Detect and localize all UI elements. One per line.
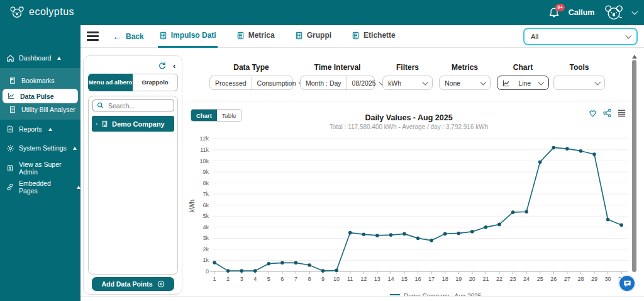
svg-text:17: 17 xyxy=(428,276,435,282)
svg-text:1: 1 xyxy=(213,276,216,282)
global-filter-select[interactable]: All xyxy=(523,28,638,45)
document-icon xyxy=(352,31,360,40)
sidebar-item-label: Dashboard xyxy=(19,54,51,62)
caret-up-icon xyxy=(48,128,52,131)
metrics-value: None xyxy=(445,79,460,87)
sidebar-item-utility-bill-analyser[interactable]: Utility Bill Analyser xyxy=(0,103,80,116)
tab-label: Etichette xyxy=(364,31,396,40)
tab-menu-ad-albero[interactable]: Menu ad albero xyxy=(88,74,133,91)
hamburger-icon[interactable] xyxy=(87,31,99,40)
data-type-control: Processed Consumption xyxy=(209,76,293,90)
back-button[interactable]: ← Back xyxy=(113,31,144,42)
chevron-left-icon[interactable]: ‹ xyxy=(173,61,175,71)
chat-support-button[interactable] xyxy=(618,275,636,292)
scrollbar-up-arrow[interactable] xyxy=(632,55,637,59)
svg-text:2: 2 xyxy=(226,276,230,282)
svg-text:0: 0 xyxy=(206,268,209,275)
filters-control: kWh xyxy=(382,76,433,90)
sidebar-item-bookmarks[interactable]: Bookmarks xyxy=(0,74,80,87)
svg-text:16: 16 xyxy=(415,276,421,282)
building-icon xyxy=(101,120,108,127)
svg-text:7: 7 xyxy=(294,276,297,282)
svg-text:12: 12 xyxy=(360,276,367,282)
share-icon[interactable] xyxy=(602,108,612,118)
tab-etichette[interactable]: Etichette xyxy=(350,25,397,48)
arrow-left-icon: ← xyxy=(113,31,122,42)
svg-text:1k: 1k xyxy=(203,257,209,263)
svg-text:27: 27 xyxy=(564,276,570,282)
sidebar-item-reports[interactable]: Reports xyxy=(0,123,80,135)
svg-text:25: 25 xyxy=(537,276,543,282)
tab-gruppi[interactable]: Gruppi xyxy=(294,25,333,48)
tab-label: Impulso Dati xyxy=(171,31,216,40)
notification-count-badge: 9+ xyxy=(555,4,565,11)
nav-tabs: Impulso Dati Metrica Gruppi Etichette xyxy=(158,25,397,48)
sidebar-item-system-settings[interactable]: System Settings xyxy=(0,142,80,154)
daily-values-line-chart[interactable]: 01k2k3k4k5k6k7k8k9k10k11k12k123456789101… xyxy=(187,133,632,296)
svg-text:11: 11 xyxy=(347,276,353,282)
svg-text:2k: 2k xyxy=(203,246,209,253)
tab-metrica[interactable]: Metrica xyxy=(235,25,276,48)
svg-text:15: 15 xyxy=(401,276,408,282)
bookmark-icon xyxy=(9,77,17,85)
tools-dropdown[interactable] xyxy=(554,76,604,89)
svg-text:9k: 9k xyxy=(203,169,209,175)
caret-up-icon xyxy=(73,147,77,150)
bill-document-icon xyxy=(9,106,17,114)
section-divider xyxy=(189,101,630,101)
svg-text:19: 19 xyxy=(455,276,462,282)
sidebar-item-label: Data Pulse xyxy=(20,93,54,100)
sidebar-item-label: Embedded Pages xyxy=(19,179,70,195)
filter-group-tools: Tools xyxy=(541,63,618,90)
unit-dropdown[interactable]: kWh xyxy=(383,76,432,89)
document-icon xyxy=(295,31,303,40)
koala-logo-icon xyxy=(9,4,25,20)
global-filter-value: All xyxy=(531,33,538,40)
chart-menu-icon[interactable] xyxy=(617,108,626,118)
time-granularity-segment[interactable]: Month : Day xyxy=(301,76,347,89)
tab-grappolo[interactable]: Grappolo xyxy=(133,74,178,91)
search-icon xyxy=(97,102,104,109)
gear-icon xyxy=(6,144,14,152)
chevron-down-icon[interactable] xyxy=(631,9,637,14)
data-type-processed-segment[interactable]: Processed xyxy=(210,76,252,89)
svg-text:6k: 6k xyxy=(203,202,209,208)
chevron-right-icon[interactable]: › xyxy=(96,121,97,127)
tab-label: Gruppi xyxy=(307,31,331,40)
svg-text:4k: 4k xyxy=(203,224,209,230)
tab-label: Metrica xyxy=(248,31,275,40)
vertical-scrollbar[interactable] xyxy=(632,60,636,272)
metrics-control: None xyxy=(439,76,491,90)
chart-subtitle: Total : 117,580.400 kWh - Average / day … xyxy=(189,123,629,130)
unit-value: kWh xyxy=(388,79,401,87)
add-data-points-button[interactable]: Add Data Points xyxy=(92,277,174,291)
tree-item-demo-company[interactable]: › Demo Company xyxy=(92,116,174,132)
metrics-dropdown[interactable]: None xyxy=(440,76,490,89)
sidebar-item-data-pulse-active[interactable]: Data Pulse xyxy=(3,89,78,103)
filter-label: Tools xyxy=(541,63,618,72)
svg-text:26: 26 xyxy=(550,276,557,282)
report-icon xyxy=(6,125,14,133)
refresh-icon[interactable] xyxy=(158,62,167,73)
search-input[interactable] xyxy=(107,101,166,110)
koala-avatar-icon[interactable] xyxy=(604,3,624,23)
content-bottom-border xyxy=(80,296,644,297)
svg-text:28: 28 xyxy=(577,276,584,282)
plus-circle-icon xyxy=(157,280,165,288)
chevron-down-icon xyxy=(625,32,631,38)
link-icon xyxy=(6,183,14,191)
svg-text:12k: 12k xyxy=(199,135,209,142)
sidebar-item-view-as-super-admin[interactable]: View as Super Admin xyxy=(0,162,80,174)
secondary-nav-bar: ← Back Impulso Dati Metrica Gruppi Etic xyxy=(80,25,644,48)
header-right-cluster: 9+ Callum xyxy=(548,0,636,25)
svg-text:3k: 3k xyxy=(203,235,209,241)
chart-action-icons xyxy=(588,108,626,118)
notifications-button[interactable]: 9+ xyxy=(548,7,560,18)
tree-item-label: Demo Company xyxy=(112,120,165,128)
tab-impulso-dati[interactable]: Impulso Dati xyxy=(158,25,218,48)
favorite-heart-icon[interactable] xyxy=(588,108,597,118)
sidebar-item-dashboard[interactable]: Dashboard xyxy=(0,52,80,64)
svg-text:kWh: kWh xyxy=(189,200,196,212)
sidebar-item-embedded-pages[interactable]: Embedded Pages xyxy=(0,181,80,193)
sidebar-item-label: Utility Bill Analyser xyxy=(21,106,75,113)
